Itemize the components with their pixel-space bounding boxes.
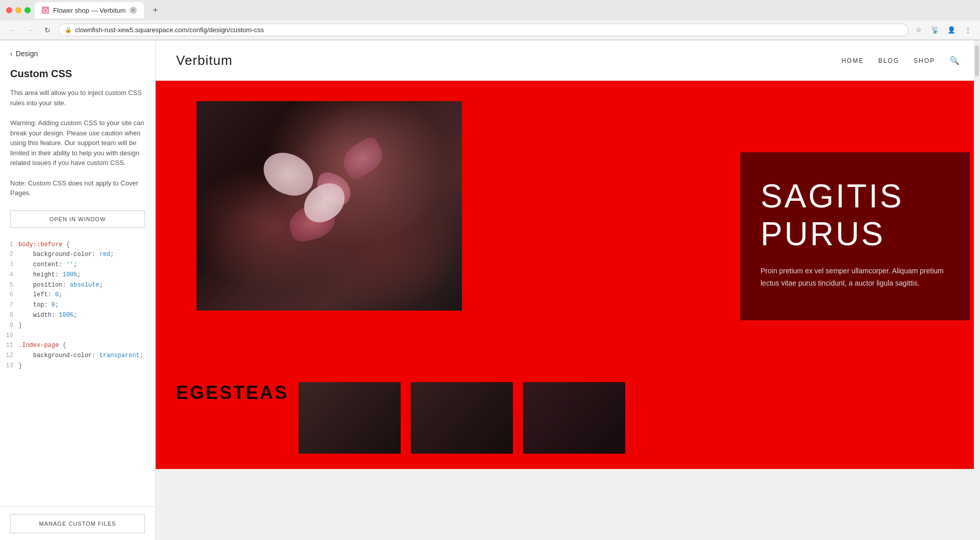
code-line-7: 7 top: 0; [5, 300, 150, 311]
secondary-section: EGESTEAS [156, 367, 980, 469]
hero-title: SAGITIS PURUS [761, 178, 949, 253]
code-line-2: 2 background-color: red; [5, 250, 150, 260]
account-icon[interactable]: 👤 [945, 24, 958, 36]
scrollbar-thumb[interactable] [975, 45, 979, 76]
browser-chrome: 🌸 Flower shop — Verbitum ✕ + ← → ↻ 🔒 clo… [0, 0, 980, 40]
browser-window-controls [6, 7, 31, 13]
design-back-link[interactable]: ‹ Design [0, 40, 155, 64]
secondary-title: EGESTEAS [176, 382, 288, 404]
line-content [18, 331, 22, 341]
code-line-11: 11 .Index-page { [5, 341, 150, 351]
close-window-button[interactable] [6, 7, 12, 13]
tab-title: Flower shop — Verbitum [53, 7, 126, 14]
line-content: top: 0; [18, 300, 59, 311]
line-number: 5 [5, 280, 13, 291]
forward-button[interactable]: → [23, 24, 37, 37]
lock-icon: 🔒 [65, 27, 72, 33]
website-preview: Verbitum HOME BLOG SHOP 🔍 [156, 40, 980, 540]
sidebar: ‹ Design Custom CSS This area will allow… [0, 40, 156, 540]
line-number: 11 [5, 341, 13, 351]
line-number: 2 [5, 250, 13, 260]
browser-toolbar-icons: ☆ 📡 👤 ⋮ [913, 24, 974, 36]
code-line-5: 5 position: absolute; [5, 280, 150, 291]
hero-inner: SAGITIS PURUS Proin pretium ex vel sempe… [156, 81, 980, 367]
line-content: body::before { [18, 240, 70, 250]
line-number: 10 [5, 331, 13, 341]
hero-section: SAGITIS PURUS Proin pretium ex vel sempe… [156, 81, 980, 469]
sidebar-description: This area will allow you to inject custo… [0, 88, 155, 118]
minimize-window-button[interactable] [15, 7, 21, 13]
tab-close-button[interactable]: ✕ [130, 7, 137, 14]
code-line-12: 12 background-color: transparent; [5, 351, 150, 361]
browser-titlebar: 🌸 Flower shop — Verbitum ✕ + [0, 0, 980, 20]
line-content: left: 0; [18, 290, 62, 300]
back-button[interactable]: ← [6, 24, 19, 37]
code-line-8: 8 width: 100%; [5, 311, 150, 321]
line-number: 9 [5, 321, 13, 331]
cast-icon[interactable]: 📡 [929, 24, 941, 36]
line-content: position: absolute; [18, 280, 103, 291]
nav-home-link[interactable]: HOME [842, 57, 864, 64]
code-line-6: 6 left: 0; [5, 290, 150, 300]
line-content: } [18, 321, 22, 331]
line-content: content: ''; [18, 260, 77, 270]
tab-favicon: 🌸 [42, 7, 49, 14]
line-number: 13 [5, 361, 13, 371]
open-in-window-button[interactable]: OPEN IN WINDOW [10, 210, 145, 228]
site-logo: Verbitum [176, 53, 233, 68]
nav-blog-link[interactable]: BLOG [878, 57, 899, 64]
site-header: Verbitum HOME BLOG SHOP 🔍 [156, 40, 980, 81]
code-line-10: 10 [5, 331, 150, 341]
site-navigation: HOME BLOG SHOP 🔍 [842, 56, 960, 65]
line-content: } [18, 361, 22, 371]
hero-image [197, 101, 462, 311]
back-label: Design [16, 50, 38, 58]
nav-shop-link[interactable]: SHOP [914, 57, 935, 64]
hero-text-block: SAGITIS PURUS Proin pretium ex vel sempe… [740, 152, 970, 320]
browser-toolbar: ← → ↻ 🔒 clownfish-rust-xew5.squarespace.… [0, 20, 980, 40]
line-number: 3 [5, 260, 13, 270]
back-arrow-icon: ‹ [10, 50, 13, 58]
code-line-9: 9 } [5, 321, 150, 331]
browser-tab[interactable]: 🌸 Flower shop — Verbitum ✕ [35, 2, 144, 18]
reload-button[interactable]: ↻ [41, 24, 54, 37]
preview-scrollbar[interactable] [974, 40, 980, 540]
line-number: 8 [5, 311, 13, 321]
manage-files-section: MANAGE CUSTOM FILES [0, 506, 155, 540]
line-content: .Index-page { [18, 341, 66, 351]
secondary-image-3 [523, 382, 625, 454]
line-content: background-color: red; [18, 250, 114, 260]
line-number: 6 [5, 290, 13, 300]
flower-photo [197, 101, 462, 311]
new-tab-button[interactable]: + [148, 3, 162, 17]
css-code-editor[interactable]: 1 body::before { 2 background-color: red… [0, 238, 155, 507]
line-content: background-color: transparent; [18, 351, 143, 361]
sidebar-warning: Warning: Adding custom CSS to your site … [0, 118, 155, 178]
line-number: 4 [5, 270, 13, 280]
manage-custom-files-button[interactable]: MANAGE CUSTOM FILES [10, 514, 145, 533]
flower-petal [337, 135, 388, 182]
flower-petal-white [260, 149, 317, 198]
code-line-1: 1 body::before { [5, 240, 150, 250]
menu-icon[interactable]: ⋮ [962, 24, 974, 36]
url-text: clownfish-rust-xew5.squarespace.com/conf… [75, 26, 264, 34]
website-content: Verbitum HOME BLOG SHOP 🔍 [156, 40, 980, 540]
bookmark-icon[interactable]: ☆ [913, 24, 925, 36]
secondary-image-2 [411, 382, 513, 454]
code-line-3: 3 content: ''; [5, 260, 150, 270]
hero-dark-overlay: SAGITIS PURUS Proin pretium ex vel sempe… [740, 152, 970, 320]
sidebar-title: Custom CSS [0, 64, 155, 88]
line-content: height: 100%; [18, 270, 81, 280]
line-content: width: 100%; [18, 311, 77, 321]
address-bar[interactable]: 🔒 clownfish-rust-xew5.squarespace.com/co… [58, 24, 909, 36]
line-number: 1 [5, 240, 13, 250]
secondary-image-1 [299, 382, 401, 454]
hero-description: Proin pretium ex vel semper ullamcorper.… [761, 265, 949, 290]
line-number: 7 [5, 300, 13, 311]
search-icon[interactable]: 🔍 [949, 56, 960, 65]
line-number: 12 [5, 351, 13, 361]
maximize-window-button[interactable] [24, 7, 31, 13]
sidebar-note: Note: Custom CSS does not apply to Cover… [0, 178, 155, 210]
main-layout: ‹ Design Custom CSS This area will allow… [0, 40, 980, 540]
code-line-13: 13 } [5, 361, 150, 371]
